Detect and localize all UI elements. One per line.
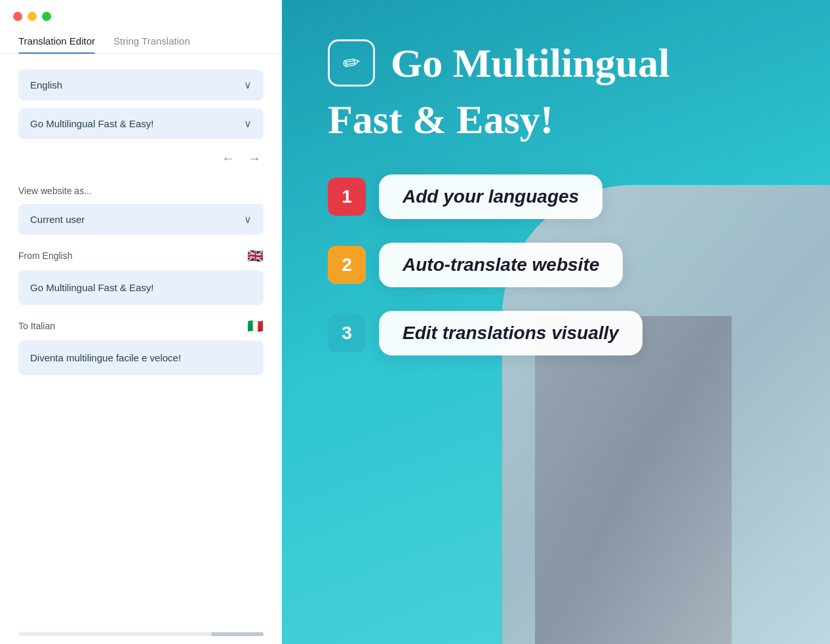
left-panel: Translation Editor String Translation En… <box>0 0 282 644</box>
scrollbar-track[interactable] <box>18 632 264 636</box>
window-chrome <box>0 0 282 29</box>
hero-title-group: Go Multilingual <box>391 41 669 85</box>
page-dropdown[interactable]: Go Multilingual Fast & Easy! ∨ <box>18 108 264 139</box>
step-bubble-1: Add your languages <box>379 174 603 219</box>
page-dropdown-chevron: ∨ <box>244 117 252 130</box>
step-bubble-2: Auto-translate website <box>379 243 623 287</box>
step-badge-1: 1 <box>328 178 366 216</box>
edit-icon-box: ✏ <box>328 39 375 87</box>
edit-icon: ✏ <box>340 49 362 77</box>
step-badge-2: 2 <box>328 246 366 284</box>
step-bubble-3: Edit translations visually <box>379 311 642 355</box>
hero-header: ✏ Go Multilingual <box>328 39 791 87</box>
hero-title-line1: Go Multilingual <box>391 41 669 85</box>
language-dropdown-chevron: ∨ <box>244 79 252 91</box>
panel-content: English ∨ Go Multilingual Fast & Easy! ∨… <box>0 70 282 622</box>
to-lang-flag: 🇮🇹 <box>247 318 264 334</box>
user-dropdown[interactable]: Current user ∨ <box>18 204 264 235</box>
tab-string-translation[interactable]: String Translation <box>113 29 190 53</box>
from-lang-flag: 🇬🇧 <box>247 248 264 264</box>
window-close-dot[interactable] <box>13 12 22 21</box>
window-minimize-dot[interactable] <box>28 12 37 21</box>
from-lang-label: From English <box>18 251 72 261</box>
language-dropdown[interactable]: English ∨ <box>18 70 264 100</box>
forward-arrow-button[interactable]: → <box>245 150 264 167</box>
language-dropdown-value: English <box>30 79 62 91</box>
to-text-box[interactable]: Diventa multilingue facile e veloce! <box>18 340 264 375</box>
scrollbar-thumb[interactable] <box>211 632 264 636</box>
from-text-box: Go Multilingual Fast & Easy! <box>18 270 264 305</box>
steps-container: 1 Add your languages 2 Auto-translate we… <box>328 174 791 355</box>
step-1: 1 Add your languages <box>328 174 791 219</box>
navigation-arrows: ← → <box>18 147 264 180</box>
from-lang-row: From English 🇬🇧 <box>18 248 264 264</box>
tab-translation-editor[interactable]: Translation Editor <box>18 29 95 53</box>
to-lang-label: To Italian <box>18 321 55 331</box>
step-2: 2 Auto-translate website <box>328 243 791 287</box>
user-dropdown-value: Current user <box>30 214 85 225</box>
hero-title-line2: Fast & Easy! <box>328 97 791 142</box>
page-dropdown-value: Go Multilingual Fast & Easy! <box>30 118 153 129</box>
right-content: ✏ Go Multilingual Fast & Easy! 1 Add you… <box>282 0 830 382</box>
view-as-label: View website as... <box>18 186 264 196</box>
back-arrow-button[interactable]: ← <box>219 150 237 167</box>
step-badge-3: 3 <box>328 314 366 352</box>
window-maximize-dot[interactable] <box>42 12 51 21</box>
to-lang-row: To Italian 🇮🇹 <box>18 318 264 334</box>
step-3: 3 Edit translations visually <box>328 311 791 355</box>
right-panel: ✏ Go Multilingual Fast & Easy! 1 Add you… <box>282 0 830 644</box>
user-dropdown-chevron: ∨ <box>244 213 252 226</box>
tab-bar: Translation Editor String Translation <box>0 29 282 54</box>
